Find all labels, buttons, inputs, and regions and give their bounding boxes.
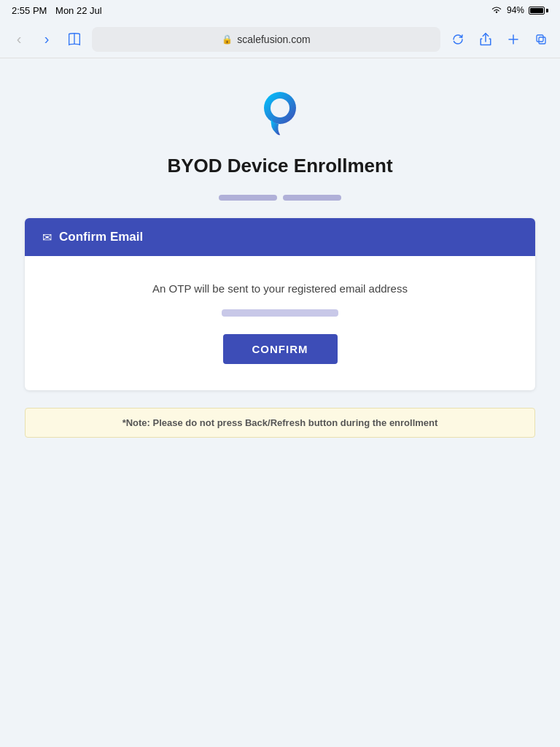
progress-steps xyxy=(219,195,341,201)
otp-message: An OTP will be sent to your registered e… xyxy=(152,282,408,295)
url-text: scalefusion.com xyxy=(237,34,310,45)
svg-rect-0 xyxy=(537,35,543,42)
wifi-icon xyxy=(491,6,502,15)
status-date: Mon 22 Jul xyxy=(55,5,102,16)
tabs-button[interactable] xyxy=(531,29,551,50)
logo-container xyxy=(257,88,303,143)
address-bar[interactable]: 🔒 scalefusion.com xyxy=(92,27,440,52)
book-icon xyxy=(66,31,82,47)
battery-icon xyxy=(529,7,548,15)
step-2 xyxy=(283,195,341,201)
confirm-email-card: ✉ Confirm Email An OTP will be sent to y… xyxy=(25,218,535,390)
plus-icon xyxy=(507,33,520,46)
note-text: *Note: Please do not press Back/Refresh … xyxy=(122,417,438,428)
page-title: BYOD Device Enrollment xyxy=(167,155,392,177)
step-1 xyxy=(219,195,277,201)
card-header: ✉ Confirm Email xyxy=(25,218,535,256)
status-bar: 2:55 PM Mon 22 Jul 94% xyxy=(0,0,560,20)
scalefusion-logo xyxy=(257,88,303,140)
email-placeholder xyxy=(222,309,338,317)
share-button[interactable] xyxy=(475,29,496,50)
reload-button[interactable] xyxy=(448,29,468,50)
bookmarks-button[interactable] xyxy=(64,29,85,50)
back-button[interactable]: ‹ xyxy=(9,29,29,50)
envelope-icon: ✉ xyxy=(42,231,52,244)
svg-rect-1 xyxy=(539,37,545,44)
note-banner: *Note: Please do not press Back/Refresh … xyxy=(25,408,535,438)
status-time: 2:55 PM xyxy=(12,5,47,16)
card-header-title: Confirm Email xyxy=(59,230,143,244)
svg-point-3 xyxy=(271,98,289,117)
browser-actions xyxy=(448,29,551,50)
share-icon xyxy=(479,32,492,47)
card-body: An OTP will be sent to your registered e… xyxy=(25,256,535,390)
browser-bar: ‹ › 🔒 scalefusion.com xyxy=(0,20,560,58)
status-icons: 94% xyxy=(491,5,548,15)
new-tab-button[interactable] xyxy=(503,29,524,50)
reload-icon xyxy=(451,33,464,46)
forward-button[interactable]: › xyxy=(36,29,57,50)
page-content: BYOD Device Enrollment ✉ Confirm Email A… xyxy=(0,58,560,452)
tabs-icon xyxy=(534,33,548,46)
confirm-button[interactable]: CONFIRM xyxy=(223,334,338,364)
lock-icon: 🔒 xyxy=(222,34,233,44)
battery-percent: 94% xyxy=(507,5,524,15)
status-time-date: 2:55 PM Mon 22 Jul xyxy=(12,5,102,16)
